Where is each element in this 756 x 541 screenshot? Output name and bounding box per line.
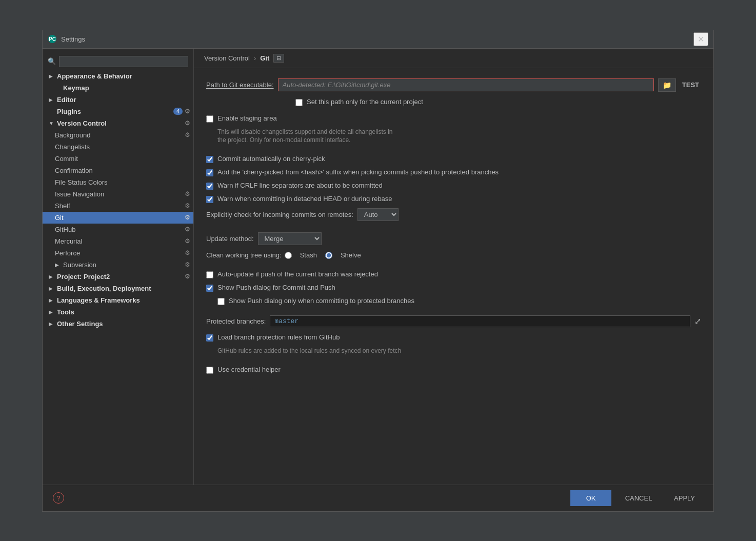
close-button[interactable]: ✕ xyxy=(693,32,708,46)
breadcrumb-expand-button[interactable]: ⊟ xyxy=(273,54,284,63)
folder-button[interactable]: 📁 xyxy=(658,78,676,92)
current-project-row: Set this path only for the current proje… xyxy=(295,98,701,106)
expand-button[interactable]: ⤢ xyxy=(694,316,701,326)
auto-update-checkbox[interactable] xyxy=(206,271,213,278)
title-bar: PC Settings ✕ xyxy=(43,30,713,49)
sidebar-item-issue-navigation[interactable]: Issue Navigation ⚙ xyxy=(43,188,193,200)
sidebar-item-appearance[interactable]: ▶ Appearance & Behavior xyxy=(43,70,193,82)
sidebar-item-plugins[interactable]: Plugins 4 ⚙ xyxy=(43,106,193,117)
test-button[interactable]: TEST xyxy=(680,79,701,91)
sidebar-item-label: Perforce xyxy=(55,249,183,257)
cancel-button[interactable]: CANCEL xyxy=(615,490,662,506)
sidebar-item-label: Keymap xyxy=(63,84,188,92)
sidebar-item-version-control[interactable]: ▼ Version Control ⚙ xyxy=(43,117,193,129)
sidebar-item-project[interactable]: ▶ Project: Project2 ⚙ xyxy=(43,271,193,283)
sidebar-item-mercurial[interactable]: Mercurial ⚙ xyxy=(43,235,193,247)
sidebar-item-shelf[interactable]: Shelf ⚙ xyxy=(43,200,193,212)
sidebar-item-editor[interactable]: ▶ Editor xyxy=(43,94,193,106)
gear-icon: ⚙ xyxy=(185,131,190,138)
sidebar-item-git[interactable]: Git ⚙ xyxy=(43,212,193,224)
sidebar-item-label: Other Settings xyxy=(57,320,188,328)
sidebar-item-label: Project: Project2 xyxy=(57,273,183,280)
sidebar-item-perforce[interactable]: Perforce ⚙ xyxy=(43,247,193,259)
load-branch-checkbox[interactable] xyxy=(206,334,213,342)
sidebar-item-label: Confirmation xyxy=(55,167,188,174)
credential-checkbox[interactable] xyxy=(206,367,213,374)
sidebar-item-label: Build, Execution, Deployment xyxy=(57,285,188,292)
path-row: Path to Git executable: 📁 TEST xyxy=(206,78,701,92)
incoming-commits-select[interactable]: Auto Always Never xyxy=(357,208,399,221)
update-method-select[interactable]: Merge Rebase Branch Default xyxy=(258,232,322,245)
search-input[interactable] xyxy=(59,56,188,67)
sidebar-item-tools[interactable]: ▶ Tools xyxy=(43,306,193,318)
expand-arrow-icon: ▶ xyxy=(55,262,62,268)
auto-update-label: Auto-update if push of the current branc… xyxy=(217,270,378,278)
footer: ? OK CANCEL APPLY xyxy=(43,485,713,511)
sidebar-item-keymap[interactable]: Keymap xyxy=(43,82,193,94)
hash-suffix-checkbox[interactable] xyxy=(206,169,213,176)
sidebar-item-other-settings[interactable]: ▶ Other Settings xyxy=(43,318,193,330)
sidebar-item-label: Background xyxy=(55,131,183,139)
hash-suffix-row: Add the 'cherry-picked from <hash>' suff… xyxy=(206,168,701,176)
plugins-badge: 4 xyxy=(173,108,183,115)
sidebar-item-label: Changelists xyxy=(55,143,188,151)
crlf-checkbox[interactable] xyxy=(206,183,213,190)
auto-update-row: Auto-update if push of the current branc… xyxy=(206,270,701,278)
staging-subtext: This will disable changelists support an… xyxy=(217,128,701,145)
sidebar-item-confirmation[interactable]: Confirmation xyxy=(43,165,193,176)
expand-arrow-icon: ▶ xyxy=(49,309,56,315)
sidebar-item-build[interactable]: ▶ Build, Execution, Deployment xyxy=(43,283,193,294)
protected-branches-input[interactable] xyxy=(270,315,690,327)
expand-arrow-icon: ▶ xyxy=(49,97,56,103)
gear-icon: ⚙ xyxy=(185,261,190,268)
clean-tree-radio-group: Stash Shelve xyxy=(285,251,361,259)
detached-row: Warn when committing in detached HEAD or… xyxy=(206,195,701,203)
sidebar-item-languages[interactable]: ▶ Languages & Frameworks xyxy=(43,294,193,306)
sidebar-item-changelists[interactable]: Changelists xyxy=(43,141,193,153)
content-area: Version Control › Git ⊟ Path to Git exec… xyxy=(194,49,713,485)
load-branch-subtext: GitHub rules are added to the local rule… xyxy=(217,347,701,355)
update-method-row: Update method: Merge Rebase Branch Defau… xyxy=(206,232,701,245)
load-branch-label: Load branch protection rules from GitHub xyxy=(217,333,340,341)
expand-arrow-icon: ▶ xyxy=(49,297,56,303)
apply-button[interactable]: APPLY xyxy=(666,490,703,506)
sidebar-item-label: File Status Colors xyxy=(55,178,188,186)
current-project-checkbox[interactable] xyxy=(295,99,303,106)
path-input[interactable] xyxy=(278,78,654,91)
clean-tree-row: Clean working tree using: Stash Shelve xyxy=(206,251,701,259)
shelve-radio[interactable] xyxy=(325,252,332,259)
cherry-pick-label: Commit automatically on cherry-pick xyxy=(217,155,325,163)
ok-button[interactable]: OK xyxy=(570,490,611,506)
sidebar-item-label: Subversion xyxy=(63,261,183,269)
sidebar-item-label: Editor xyxy=(57,96,188,104)
search-box: 🔍 xyxy=(43,53,193,70)
staging-label: Enable staging area xyxy=(217,114,277,122)
sidebar-item-commit[interactable]: Commit xyxy=(43,153,193,165)
credential-row: Use credential helper xyxy=(206,366,701,374)
breadcrumb-parent: Version Control xyxy=(204,54,250,62)
shelve-label: Shelve xyxy=(341,251,361,259)
app-icon: PC xyxy=(48,34,57,44)
staging-checkbox[interactable] xyxy=(206,115,213,123)
show-push-checkbox[interactable] xyxy=(206,285,213,292)
sidebar-item-label: Tools xyxy=(57,308,188,316)
cherry-pick-row: Commit automatically on cherry-pick xyxy=(206,155,701,163)
show-push-protected-checkbox[interactable] xyxy=(217,298,225,305)
gear-icon: ⚙ xyxy=(185,108,190,115)
svg-text:PC: PC xyxy=(49,36,56,42)
sidebar-item-github[interactable]: GitHub ⚙ xyxy=(43,224,193,235)
gear-icon: ⚙ xyxy=(185,119,190,127)
stash-radio[interactable] xyxy=(285,252,292,259)
sidebar-item-subversion[interactable]: ▶ Subversion ⚙ xyxy=(43,259,193,271)
sidebar-item-label: Mercurial xyxy=(55,237,183,245)
help-button[interactable]: ? xyxy=(53,492,64,504)
sidebar-item-file-status-colors[interactable]: File Status Colors xyxy=(43,176,193,188)
cherry-pick-checkbox[interactable] xyxy=(206,156,213,163)
sidebar-item-background[interactable]: Background ⚙ xyxy=(43,129,193,141)
breadcrumb-bar: Version Control › Git ⊟ xyxy=(194,49,713,68)
gear-icon: ⚙ xyxy=(185,273,190,280)
detached-checkbox[interactable] xyxy=(206,196,213,203)
show-push-protected-row: Show Push dialog only when committing to… xyxy=(217,297,701,305)
clean-tree-label: Clean working tree using: xyxy=(206,251,282,259)
sidebar-item-label: Version Control xyxy=(57,119,183,127)
